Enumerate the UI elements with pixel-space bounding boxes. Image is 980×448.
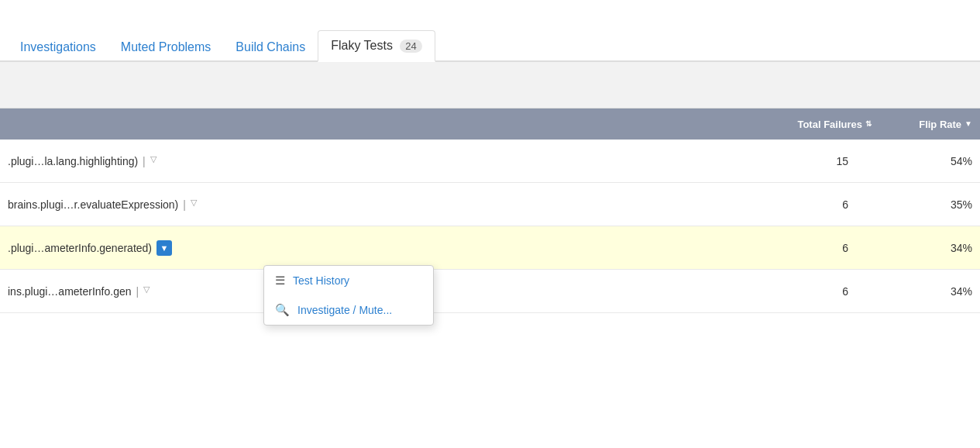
table-row: .plugi…ameterInfo.generated) ▼ 6 34% ☰ T… [0,226,980,270]
table-row: .plugi…la.lang.highlighting) | ▽ 15 54% [0,140,980,183]
pipe-4: | [136,285,139,298]
row-4-flip: 34% [872,285,972,298]
flaky-tests-badge: 24 [400,40,421,53]
test-history-icon: ☰ [275,274,285,288]
row-3-total: 6 [748,242,872,254]
total-failures-label: Total Failures [797,119,862,130]
row-name-3: .plugi…ameterInfo.generated) ▼ [8,240,748,256]
pipe-2: | [183,198,186,211]
investigate-mute-label: Investigate / Mute... [297,304,392,316]
tab-muted-problems[interactable]: Muted Problems [108,33,224,62]
tab-flaky-tests-label: Flaky Tests [331,39,393,52]
row-4-total: 6 [748,285,872,298]
row-4-text: ins.plugi…ameterInfo.gen [8,285,132,298]
row-1-dropdown-arrow[interactable]: ▽ [150,154,164,168]
filter-bar [0,62,980,109]
row-1-total: 15 [748,155,872,167]
row-2-text: brains.plugi…r.evaluateExpression) [8,198,178,211]
row-2-total: 6 [748,198,872,211]
menu-item-investigate-mute[interactable]: 🔍 Investigate / Mute... [264,295,433,325]
row-2-flip: 35% [872,198,972,211]
pipe-1: | [143,155,146,167]
tab-build-chains[interactable]: Build Chains [223,33,318,62]
row-3-flip: 34% [872,242,972,254]
menu-item-test-history[interactable]: ☰ Test History [264,266,433,295]
row-1-flip: 54% [872,155,972,167]
row-name-2: brains.plugi…r.evaluateExpression) | ▽ [8,198,748,212]
col-total-failures-header[interactable]: Total Failures ⇅ [748,119,872,130]
table-row: brains.plugi…r.evaluateExpression) | ▽ 6… [0,183,980,226]
col-flip-rate-header[interactable]: Flip Rate ▼ [872,119,972,130]
table-header: Total Failures ⇅ Flip Rate ▼ [0,109,980,140]
investigate-icon: 🔍 [275,303,290,317]
row-4-dropdown-arrow[interactable]: ▽ [143,284,157,298]
tab-bar: Investigations Muted Problems Build Chai… [0,0,980,62]
tab-investigations[interactable]: Investigations [8,33,108,62]
row-3-dropdown-arrow[interactable]: ▼ [156,240,172,256]
context-dropdown-menu: ☰ Test History 🔍 Investigate / Mute... [263,265,434,326]
row-1-text: .plugi…la.lang.highlighting) [8,155,138,167]
flip-rate-label: Flip Rate [919,119,961,130]
row-2-dropdown-arrow[interactable]: ▽ [191,198,205,212]
test-history-label: Test History [293,274,349,287]
row-name-1: .plugi…la.lang.highlighting) | ▽ [8,154,748,168]
flip-rate-sort-icon: ▼ [965,120,972,128]
row-3-text: .plugi…ameterInfo.generated) [8,242,152,254]
total-failures-sort-icon: ⇅ [865,120,872,128]
table-row: ins.plugi…ameterInfo.gen | ▽ 6 34% [0,270,980,313]
tab-flaky-tests[interactable]: Flaky Tests 24 [318,30,435,62]
